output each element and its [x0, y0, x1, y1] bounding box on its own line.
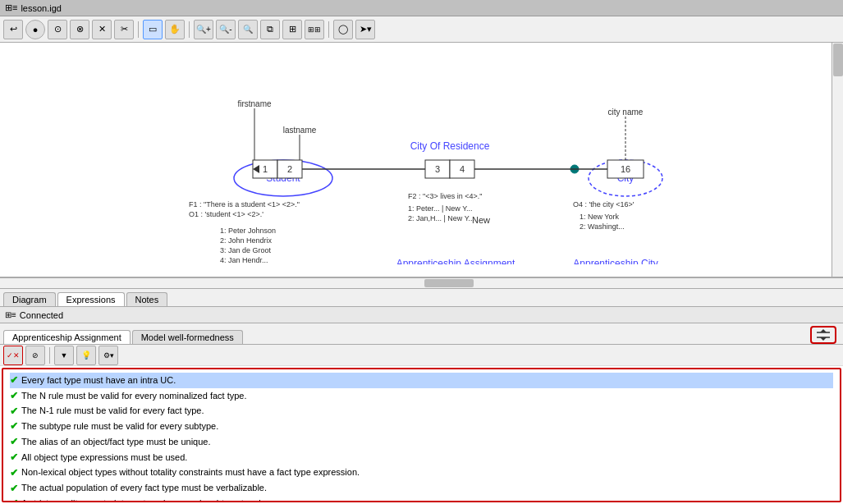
paste-page-btn[interactable]: ⊞ — [282, 20, 302, 39]
rule-text: The alias of an object/fact type must be… — [21, 436, 211, 448]
zoom-fit-btn[interactable]: 🔍 — [238, 20, 258, 39]
check-icon: ✔ — [10, 466, 18, 480]
main-area: Student firstname lastname 1 2 F1 : "The… — [0, 43, 843, 504]
zoom-out-btn[interactable]: 🔍- — [216, 20, 236, 39]
svg-text:16: 16 — [621, 164, 630, 174]
check-icon: ✔ — [10, 497, 18, 502]
tool2-btn[interactable]: ⊗ — [70, 20, 89, 39]
check-errors-btn[interactable]: ✓✕ — [3, 346, 23, 365]
bottom-toolbar: ✓✕ ⊘ ▼ 💡 ⚙▾ — [0, 345, 843, 366]
svg-text:4: 4 — [460, 164, 465, 174]
tabs-row: Diagram Expressions Notes — [0, 289, 843, 307]
svg-marker-50 — [820, 329, 827, 332]
rule-text: The subtype rule must be valid for every… — [21, 420, 218, 433]
svg-text:2: Jan,H... | New Y...: 2: Jan,H... | New Y... — [408, 214, 474, 222]
mode-btn[interactable]: ● — [25, 20, 45, 39]
arrow-dropdown-btn[interactable]: ➤▾ — [355, 20, 375, 39]
rule-item: ✔The actual population of every fact typ… — [10, 481, 833, 497]
diagram-hscroll[interactable] — [0, 277, 843, 289]
diagram-svg: Student firstname lastname 1 2 F1 : "The… — [0, 43, 829, 264]
svg-text:3:  Jan      de Groot: 3: Jan de Groot — [220, 246, 272, 254]
rule-item: ✔The alias of an object/fact type must b… — [10, 434, 833, 450]
svg-text:4:  Jan      Hendr...: 4: Jan Hendr... — [220, 256, 268, 264]
bottom-header: ⊞≡ Connected — [0, 307, 843, 323]
rule-item: ✔The N-1 rule must be valid for every fa… — [10, 404, 833, 419]
separator-1 — [138, 21, 139, 38]
multi-page-btn[interactable]: ⊞⊞ — [305, 20, 324, 39]
vscroll-thumb[interactable] — [833, 44, 843, 76]
svg-text:1: 1 — [263, 164, 268, 174]
svg-text:O4 : 'the city <16>': O4 : 'the city <16>' — [573, 200, 635, 208]
undo-btn[interactable]: ↩ — [3, 20, 23, 39]
toolbar: ↩ ● ⊙ ⊗ ✕ ✂ ▭ ✋ 🔍+ 🔍- 🔍 ⧉ ⊞ ⊞⊞ ◯ ➤▾ — [0, 16, 843, 43]
filter-all-btn[interactable]: ⊘ — [25, 346, 45, 365]
check-icon: ✔ — [10, 389, 18, 403]
svg-text:F1 : "There is a student <1> <: F1 : "There is a student <1> <2>." — [189, 200, 300, 208]
svg-marker-52 — [820, 337, 827, 341]
svg-text:O1 : 'student <1> <2>.': O1 : 'student <1> <2>.' — [189, 210, 263, 218]
rule-item: ✔The N rule must be valid for every nomi… — [10, 388, 833, 404]
zoom-in-btn[interactable]: 🔍+ — [194, 20, 213, 39]
bulb-btn[interactable]: 💡 — [76, 346, 96, 365]
connected-label: Connected — [20, 310, 63, 320]
check-icon: ✔ — [10, 373, 18, 387]
svg-text:firstname: firstname — [237, 99, 272, 108]
model-wellformedness-tab[interactable]: Model well-formedness — [132, 330, 243, 344]
svg-text:2:  Washingt...: 2: Washingt... — [580, 222, 625, 231]
separator-2 — [189, 21, 190, 38]
diagram-tab[interactable]: Diagram — [3, 292, 56, 306]
rule-item: ✔A strict equality constraint must apply… — [10, 496, 833, 502]
svg-text:lastname: lastname — [283, 126, 317, 135]
resize-icon — [815, 328, 832, 341]
app-icon: ⊞≡ — [5, 2, 17, 13]
tool1-btn[interactable]: ⊙ — [48, 20, 67, 39]
resize-panel-btn[interactable] — [810, 326, 836, 344]
check-icon: ✔ — [10, 451, 18, 465]
title-bar: ⊞≡ lesson.igd — [0, 0, 843, 16]
select-rect-btn[interactable]: ▭ — [143, 20, 163, 39]
copy-page-btn[interactable]: ⧉ — [260, 20, 280, 39]
rule-text: The N rule must be valid for every nomin… — [21, 390, 247, 402]
svg-text:F2 : "<3> lives in <4>.": F2 : "<3> lives in <4>." — [408, 192, 482, 200]
check-icon: ✔ — [10, 435, 18, 449]
settings-dropdown-btn[interactable]: ⚙▾ — [99, 346, 118, 365]
check-icon: ✔ — [10, 482, 18, 496]
connection-icon: ⊞≡ — [5, 310, 16, 319]
rule-text: All object type expressions must be used… — [21, 451, 187, 464]
rules-list: ✔Every fact type must have an intra UC.✔… — [2, 368, 841, 502]
rule-item: ✔The subtype rule must be valid for ever… — [10, 419, 833, 434]
rule-item: ✔Every fact type must have an intra UC. — [10, 373, 833, 388]
svg-text:Apprenticeship Assignment: Apprenticeship Assignment — [396, 258, 515, 264]
rule-text: The N-1 rule must be valid for every fac… — [21, 405, 204, 417]
bottom-tabs: Apprenticeship Assignment Model well-for… — [0, 323, 843, 345]
separator-3 — [328, 21, 329, 38]
apprenticeship-assignment-tab[interactable]: Apprenticeship Assignment — [3, 330, 131, 344]
svg-text:Apprenticeship City: Apprenticeship City — [573, 258, 657, 264]
diagram-vscroll[interactable] — [832, 43, 843, 277]
rule-text: Every fact type must have an intra UC. — [21, 374, 176, 387]
check-icon: ✔ — [10, 419, 18, 433]
rule-item: ✔All object type expressions must be use… — [10, 450, 833, 465]
title-text: lesson.igd — [21, 3, 62, 13]
svg-text:1: Peter... | New Y...: 1: Peter... | New Y... — [408, 204, 473, 213]
pan-btn[interactable]: ✋ — [165, 20, 185, 39]
check-icon: ✔ — [10, 405, 18, 419]
hscroll-thumb[interactable] — [424, 279, 474, 287]
notes-tab[interactable]: Notes — [126, 292, 168, 306]
speech-btn[interactable]: ◯ — [333, 20, 353, 39]
svg-text:New: New — [472, 215, 490, 225]
svg-text:City Of Residence: City Of Residence — [410, 140, 490, 152]
diagram-area[interactable]: Student firstname lastname 1 2 F1 : "The… — [0, 43, 843, 277]
svg-text:city name: city name — [608, 108, 644, 117]
svg-text:2: 2 — [287, 164, 292, 174]
tool3-btn[interactable]: ✕ — [92, 20, 112, 39]
rule-item: ✔Non-lexical object types without totali… — [10, 465, 833, 481]
rule-text: A strict equality constraint must apply … — [21, 497, 263, 502]
bottom-panel: ⊞≡ Connected Apprenticeship Assignment M… — [0, 307, 843, 504]
delete-btn[interactable]: ✂ — [114, 20, 134, 39]
filter-dropdown-btn[interactable]: ▼ — [54, 346, 74, 365]
expressions-tab[interactable]: Expressions — [57, 292, 125, 306]
svg-text:1:  Peter    Johnson: 1: Peter Johnson — [220, 227, 276, 235]
svg-text:2:  John     Hendrix: 2: John Hendrix — [220, 236, 273, 245]
rule-text: Non-lexical object types without totalit… — [21, 466, 360, 479]
